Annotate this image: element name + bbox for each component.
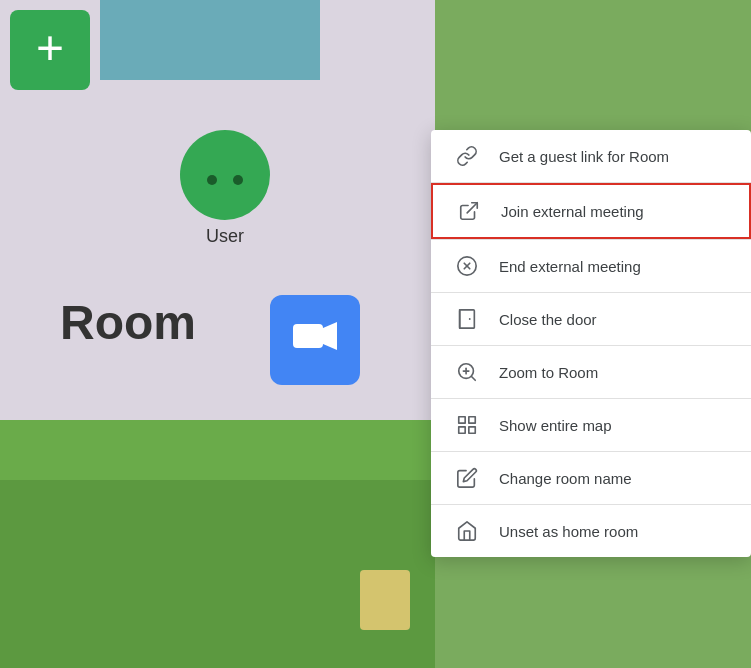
menu-item-close-door[interactable]: Close the door xyxy=(431,293,751,345)
avatar-circle xyxy=(180,130,270,220)
menu-label-change-name: Change room name xyxy=(499,470,632,487)
svg-line-2 xyxy=(467,203,477,213)
zoom-icon xyxy=(455,360,479,384)
svg-marker-1 xyxy=(323,322,337,350)
svg-rect-15 xyxy=(459,427,465,433)
menu-label-zoom-room: Zoom to Room xyxy=(499,364,598,381)
x-circle-icon xyxy=(455,254,479,278)
grid-icon xyxy=(455,413,479,437)
svg-rect-6 xyxy=(460,310,475,328)
menu-label-guest-link: Get a guest link for Room xyxy=(499,148,669,165)
pencil-icon xyxy=(455,466,479,490)
menu-label-show-map: Show entire map xyxy=(499,417,612,434)
menu-label-close-door: Close the door xyxy=(499,311,597,328)
svg-line-10 xyxy=(471,376,475,380)
avatar-eye-left xyxy=(207,175,217,185)
menu-item-change-name[interactable]: Change room name xyxy=(431,452,751,504)
svg-rect-0 xyxy=(293,324,323,348)
menu-item-show-map[interactable]: Show entire map xyxy=(431,399,751,451)
menu-label-home-room: Unset as home room xyxy=(499,523,638,540)
user-label: User xyxy=(206,226,244,247)
room-label: Room xyxy=(60,295,196,350)
plus-icon: + xyxy=(36,24,64,72)
menu-item-join-external[interactable]: Join external meeting xyxy=(431,183,751,239)
zoom-camera-button[interactable] xyxy=(270,295,360,385)
svg-rect-14 xyxy=(469,417,475,423)
menu-item-zoom-room[interactable]: Zoom to Room xyxy=(431,346,751,398)
wall-top xyxy=(100,0,320,80)
menu-label-end-external: End external meeting xyxy=(499,258,641,275)
door-icon xyxy=(455,307,479,331)
menu-item-guest-link[interactable]: Get a guest link for Room xyxy=(431,130,751,182)
context-menu: Get a guest link for Room Join external … xyxy=(431,130,751,557)
small-object xyxy=(360,570,410,630)
add-button[interactable]: + xyxy=(10,10,90,90)
menu-label-join-external: Join external meeting xyxy=(501,203,644,220)
svg-rect-13 xyxy=(459,417,465,423)
menu-item-home-room[interactable]: Unset as home room xyxy=(431,505,751,557)
link-icon xyxy=(455,144,479,168)
avatar-eyes xyxy=(207,175,243,185)
ground-strip-1 xyxy=(0,420,435,480)
home-icon xyxy=(455,519,479,543)
avatar-eye-right xyxy=(233,175,243,185)
svg-rect-16 xyxy=(469,427,475,433)
menu-item-end-external[interactable]: End external meeting xyxy=(431,240,751,292)
camera-icon xyxy=(291,318,339,363)
external-link-icon xyxy=(457,199,481,223)
user-avatar: User xyxy=(180,130,270,247)
svg-point-7 xyxy=(469,318,471,320)
